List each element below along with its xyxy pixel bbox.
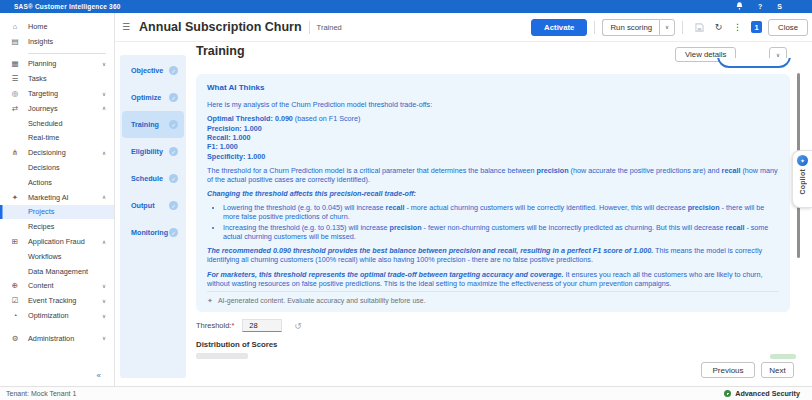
refresh-icon[interactable]: ↻ (711, 20, 726, 35)
sidebar-item-label: Projects (28, 207, 54, 216)
run-scoring-button[interactable]: Run scoring (602, 19, 659, 36)
sidebar-item-recipes[interactable]: Recipes (0, 219, 114, 234)
check-circle-icon: ✓ (169, 174, 178, 183)
chart-loading-skeleton (196, 353, 248, 359)
divider (28, 53, 106, 54)
sidebar-item-real-time[interactable]: Real-time (0, 131, 114, 146)
sidebar-item-scheduled[interactable]: Scheduled (0, 116, 114, 131)
footer-bar: Tenant: Mock Tenant 1 Advanced Security (0, 386, 812, 400)
ai-sparkle-icon: ✦ (207, 297, 213, 306)
decisioning-icon: ⋔ (8, 148, 22, 157)
user-avatar[interactable]: S (777, 3, 782, 10)
clipped-chart-fragment (770, 354, 796, 359)
threshold-label: Threshold: (196, 321, 231, 330)
sidebar-item-tasks[interactable]: ☰Tasks (0, 71, 114, 86)
document-title: Annual Subscription Churn (139, 20, 302, 34)
wizard-step-training[interactable]: Training✓ (122, 111, 184, 138)
collapse-sidebar-icon[interactable]: « (97, 371, 101, 380)
sidebar-item-label: Tasks (28, 74, 47, 83)
wizard-step-optimize[interactable]: Optimize✓ (122, 84, 184, 111)
required-marker: * (231, 321, 234, 330)
sidebar-item-label: Application Fraud (28, 237, 85, 246)
activate-button[interactable]: Activate (531, 19, 587, 36)
home-icon: ⌂ (8, 22, 22, 31)
toolbar: ☰ Annual Subscription Churn Trained Acti… (115, 13, 812, 42)
status-badge: Trained (317, 23, 342, 32)
close-button[interactable]: Close (768, 19, 808, 36)
card-footer: ✦ AI-generated content. Evaluate accurac… (207, 291, 779, 306)
card-paragraph: For marketers, this threshold represents… (207, 270, 779, 288)
reset-icon[interactable]: ↺ (294, 321, 302, 331)
sidebar-item-label: Planning (28, 59, 56, 68)
planning-icon: ▦ (8, 59, 22, 68)
distribution-heading: Distribution of Scores (196, 340, 277, 349)
check-circle-icon: ✓ (169, 147, 178, 156)
sidebar-item-label: Home (28, 22, 47, 31)
copilot-tab[interactable]: ✦ Copilot (792, 150, 812, 208)
step-label: Output (131, 201, 155, 210)
divider (682, 21, 683, 34)
event-tracking-icon: ☑ (8, 296, 22, 305)
sidebar-item-label: Optimization (28, 311, 69, 320)
app-bar: SAS® Customer Intelligence 360 ? S (0, 0, 812, 13)
wizard-step-output[interactable]: Output✓ (122, 192, 184, 219)
wizard-step-schedule[interactable]: Schedule✓ (122, 165, 184, 192)
content-icon: ⊕ (8, 281, 22, 290)
sidebar-item-workflows[interactable]: Workflows (0, 249, 114, 264)
sidebar-item-home[interactable]: ⌂Home (0, 19, 114, 34)
sidebar-item-label: Decisioning (28, 148, 66, 157)
sidebar-item-journeys[interactable]: ⇄Journeys∧ (0, 101, 114, 116)
sidebar-item-decisions[interactable]: Decisions (0, 160, 114, 175)
copilot-icon: ✦ (797, 155, 808, 166)
next-button[interactable]: Next (761, 362, 794, 378)
sidebar-item-planning[interactable]: ▦Planning∨ (0, 57, 114, 72)
ai-card-body: Here is my analysis of the Churn Predict… (207, 100, 779, 288)
wizard-step-objective[interactable]: Objective✓ (122, 57, 184, 84)
kebab-menu-icon[interactable]: ⋮ (730, 20, 745, 35)
sidebar-nav: ⌂Home▤Insights▦Planning∨☰Tasks◎Targeting… (0, 19, 114, 346)
sidebar-item-content[interactable]: ⊕Content∨ (0, 279, 114, 294)
card-paragraph: The threshold for a Churn Prediction mod… (207, 166, 779, 184)
check-circle-icon: ✓ (169, 201, 178, 210)
sidebar-item-label: Workflows (28, 252, 62, 261)
sidebar-item-label: Journeys (28, 104, 58, 113)
previous-button[interactable]: Previous (701, 362, 755, 378)
administration-icon: ⚙ (8, 334, 22, 343)
sidebar-item-label: Recipes (28, 222, 54, 231)
sidebar-item-administration[interactable]: ⚙Administration∨ (0, 331, 114, 346)
tasks-icon: ☰ (8, 74, 22, 83)
sidebar-item-actions[interactable]: Actions (0, 175, 114, 190)
help-icon[interactable]: ? (758, 3, 762, 10)
sidebar-item-optimization[interactable]: ◔Optimization∨ (0, 308, 114, 323)
ai-disclaimer: AI-generated content. Evaluate accuracy … (218, 297, 426, 306)
card-paragraph: The recommended 0.090 threshold provides… (207, 246, 779, 264)
wizard-step-monitoring[interactable]: Monitoring✓ (122, 219, 184, 246)
step-label: Training (131, 120, 159, 129)
sidebar-item-targeting[interactable]: ◎Targeting∨ (0, 86, 114, 101)
product-title: SAS® Customer Intelligence 360 (14, 3, 121, 10)
sidebar-item-application-fraud[interactable]: ⊞Application Fraud∧ (0, 234, 114, 249)
check-circle-icon: ✓ (169, 93, 178, 102)
properties-list-icon[interactable]: ☰ (122, 22, 130, 32)
insights-icon: ▤ (8, 37, 22, 46)
sidebar-item-label: Insights (28, 37, 53, 46)
sidebar-item-projects[interactable]: Projects (0, 205, 114, 220)
sidebar-item-decisioning[interactable]: ⋔Decisioning∧ (0, 145, 114, 160)
threshold-input[interactable] (242, 319, 282, 332)
sidebar-item-insights[interactable]: ▤Insights (0, 34, 114, 49)
sidebar-item-label: Administration (28, 334, 74, 343)
notification-count-badge[interactable]: 1 (751, 21, 762, 33)
sidebar-item-event-tracking[interactable]: ☑Event Tracking∨ (0, 293, 114, 308)
sidebar-item-label: Decisions (28, 163, 60, 172)
wizard-step-eligibility[interactable]: Eligibility✓ (122, 138, 184, 165)
chevron-up-icon: ∧ (102, 239, 106, 245)
sidebar-item-marketing-ai[interactable]: ✦Marketing AI∧ (0, 190, 114, 205)
card-paragraph: Lowering the threshold (e.g. to 0.045) w… (207, 203, 779, 241)
sidebar-item-label: Event Tracking (28, 296, 76, 305)
sidebar-item-data-management[interactable]: Data Management (0, 264, 114, 279)
chevron-up-icon: ∧ (102, 105, 106, 111)
notifications-bell-icon[interactable] (736, 2, 743, 11)
run-scoring-dropdown-chevron-icon[interactable]: ∨ (659, 19, 675, 36)
card-title: What AI Thinks (207, 83, 779, 93)
sidebar-item-label: Scheduled (28, 119, 63, 128)
